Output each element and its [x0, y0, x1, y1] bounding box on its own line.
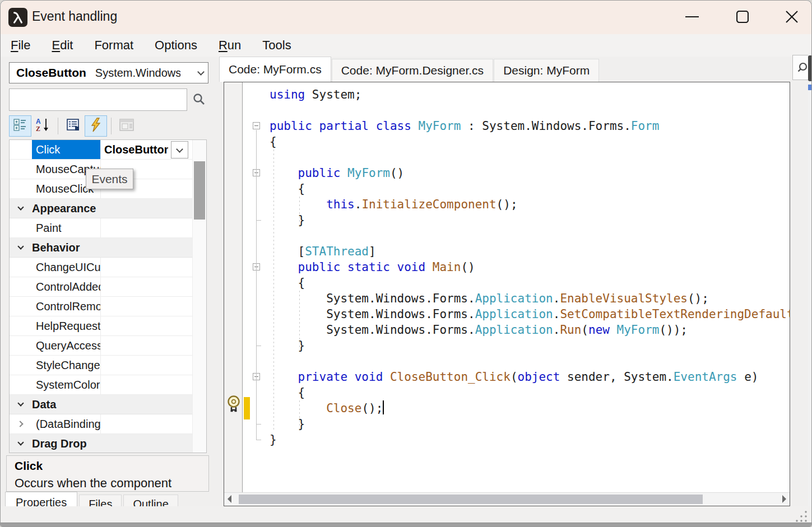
event-row-databindings[interactable]: (DataBindings) — [10, 414, 192, 434]
row-gutter — [10, 422, 32, 426]
code-line: using System; — [270, 87, 790, 102]
code-line: System.Windows.Forms.Application.EnableV… — [270, 291, 790, 306]
event-row-helprequested[interactable]: HelpRequested — [10, 316, 192, 336]
horizontal-scrollbar[interactable] — [224, 492, 790, 506]
selected-object-type: System.Windows.Forms.Button — [95, 67, 180, 80]
menu-item-tools[interactable]: Tools — [262, 38, 291, 53]
minimize-icon — [685, 16, 699, 18]
lambda-logo — [11, 10, 25, 25]
object-selector-dropdown[interactable]: CloseButton System.Windows.Forms.Button — [9, 62, 208, 83]
event-name: ChangeUICues — [32, 258, 101, 277]
properties-button[interactable] — [62, 115, 85, 137]
code-viewport: using System;public partial class MyForm… — [243, 82, 790, 492]
handler-dropdown-button[interactable] — [171, 141, 188, 158]
scrollbar-thumb[interactable] — [194, 161, 205, 220]
fold-guide-corner — [256, 424, 261, 425]
category-row-appearance[interactable]: Appearance — [10, 199, 192, 218]
menu-item-run[interactable]: Run — [219, 38, 241, 53]
code-line: } — [270, 212, 790, 228]
code-area[interactable]: using System;public partial class MyForm… — [270, 87, 790, 447]
category-row-behavior[interactable]: Behavior — [10, 238, 192, 258]
category-label: Drag Drop — [32, 437, 87, 450]
close-icon — [786, 11, 798, 23]
editor-tab[interactable]: Code: MyForm.Designer.cs — [332, 59, 493, 82]
code-line: } — [270, 338, 790, 353]
menu-item-edit[interactable]: Edit — [52, 38, 73, 53]
code-line: public partial class MyForm : System.Win… — [270, 118, 790, 134]
event-row-stylechanged[interactable]: StyleChanged — [10, 356, 192, 375]
category-chevron[interactable] — [10, 442, 32, 445]
code-line: { — [270, 134, 790, 150]
fold-guide-line — [256, 381, 257, 424]
event-row-paint[interactable]: Paint — [10, 218, 192, 238]
window-title: Event handling — [32, 9, 117, 24]
chevron-right-icon[interactable] — [17, 421, 23, 427]
editor-tab[interactable]: Code: MyForm.cs — [219, 57, 331, 82]
code-line: } — [270, 432, 790, 447]
event-name: ControlRemoved — [32, 297, 101, 316]
toolbar-separator — [58, 118, 58, 134]
category-chevron[interactable] — [10, 246, 32, 249]
property-grid-scrollbar[interactable] — [192, 140, 206, 453]
svg-text:A: A — [36, 118, 41, 125]
property-pages-icon — [119, 118, 134, 134]
code-line: System.Windows.Forms.Application.Run(new… — [270, 322, 790, 338]
fold-guide-corner — [256, 346, 261, 346]
category-label: Data — [32, 398, 56, 411]
editor-tab[interactable]: Design: MyForm — [494, 59, 599, 82]
menu-item-options[interactable]: Options — [155, 38, 197, 53]
code-line: { — [270, 275, 790, 291]
maximize-button[interactable] — [730, 5, 755, 29]
category-label: Appearance — [32, 202, 96, 215]
menu-item-file[interactable]: File — [11, 38, 30, 53]
category-chevron[interactable] — [10, 403, 32, 405]
lightbulb-icon[interactable] — [226, 395, 241, 416]
search-icon — [192, 92, 206, 108]
event-row-systemcolorschanged[interactable]: SystemColorsChanged — [10, 375, 192, 395]
code-line — [270, 228, 790, 244]
vertical-scrollbar[interactable] — [808, 55, 812, 506]
events-icon — [89, 118, 103, 134]
scroll-left-arrow[interactable] — [228, 495, 231, 503]
code-line: public static void Main() — [270, 259, 790, 275]
property-pages-button — [115, 115, 138, 137]
alphabetical-button[interactable]: AZ — [31, 115, 54, 137]
category-chevron[interactable] — [10, 207, 32, 209]
menu-item-format[interactable]: Format — [94, 38, 133, 53]
properties-search-input[interactable] — [9, 88, 187, 111]
minimize-button[interactable] — [679, 5, 705, 29]
scrollbar-thumb[interactable] — [239, 495, 703, 504]
event-row-controlremoved[interactable]: ControlRemoved — [10, 297, 192, 316]
code-line: { — [270, 181, 790, 197]
category-label: Behavior — [32, 241, 80, 254]
scrollbar-thumb[interactable] — [808, 55, 812, 81]
fold-guide-line — [256, 271, 257, 346]
fold-collapse-box[interactable] — [253, 122, 260, 129]
event-row-changeuicues[interactable]: ChangeUICues — [10, 258, 192, 277]
chevron-down-icon — [17, 400, 24, 406]
event-name: ControlAdded — [32, 277, 101, 296]
editor-gutter — [224, 82, 243, 492]
properties-toolbar: AZ — [9, 114, 138, 138]
close-button[interactable] — [779, 5, 805, 29]
window-bottom-edge — [1, 523, 811, 526]
scroll-right-arrow[interactable] — [782, 495, 786, 503]
category-row-data[interactable]: Data — [10, 395, 192, 414]
code-line — [270, 353, 790, 369]
categorized-icon — [13, 118, 27, 134]
event-handler-value[interactable]: CloseButton_Click — [101, 143, 168, 156]
event-row-queryaccessibilityhelp[interactable]: QueryAccessibilityHelp — [10, 336, 192, 356]
event-row-click[interactable]: ClickCloseButton_Click — [10, 140, 192, 160]
code-line: private void CloseButton_Click(object se… — [270, 369, 790, 385]
code-editor[interactable]: using System;public partial class MyForm… — [224, 82, 790, 506]
fold-guide-corner — [256, 440, 261, 440]
events-button[interactable] — [85, 115, 107, 137]
events-tooltip: Events — [86, 169, 133, 189]
alphabetical-icon: AZ — [35, 118, 50, 134]
category-row-drag-drop[interactable]: Drag Drop — [10, 434, 192, 453]
description-title: Click — [15, 459, 208, 473]
event-row-controladded[interactable]: ControlAdded — [10, 277, 192, 297]
code-line: Close(); — [270, 400, 790, 416]
event-name: (DataBindings) — [32, 414, 101, 433]
categorized-button[interactable] — [9, 115, 31, 137]
